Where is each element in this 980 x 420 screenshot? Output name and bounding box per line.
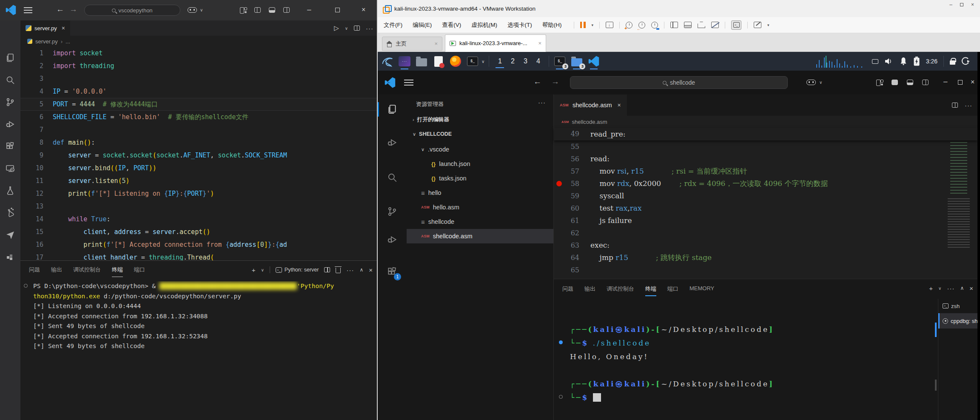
breakpoint-gutter[interactable] (20, 72, 27, 85)
more-actions-icon[interactable]: ··· (947, 285, 954, 292)
breakpoint-gutter[interactable] (20, 111, 27, 123)
open-editors-section[interactable]: › 打开的编辑器 (407, 113, 553, 126)
tree-item-.vscode[interactable]: ∨.vscode (407, 142, 553, 157)
panel-tab-调试控制台[interactable]: 调试控制台 (73, 264, 101, 275)
close-panel-icon[interactable]: × (369, 266, 373, 274)
tree-item-shellcode[interactable]: ≡shellcode (407, 214, 553, 229)
source-control-icon[interactable] (387, 206, 398, 217)
host-terminal[interactable]: PS D:\python-code\vscodepython> & ██████… (20, 281, 377, 420)
panel-tab-MEMORY[interactable]: MEMORY (689, 283, 714, 294)
logout-icon[interactable] (961, 57, 970, 66)
minimize-button[interactable]: – (949, 2, 952, 8)
minimize-button[interactable]: – (943, 77, 947, 86)
close-button[interactable]: × (362, 6, 365, 14)
show-library-icon[interactable] (670, 22, 678, 28)
workspace-4[interactable]: 4 (532, 56, 544, 67)
text-editor-icon[interactable] (432, 55, 445, 68)
menu-item[interactable]: 选项卡(T) (507, 21, 532, 29)
more-actions-icon[interactable]: ··· (346, 266, 354, 274)
close-tab-icon[interactable]: × (434, 40, 438, 47)
panel-tab-输出[interactable]: 输出 (51, 264, 62, 275)
search-icon[interactable] (5, 75, 15, 85)
breakpoint-gutter[interactable] (20, 136, 27, 149)
unity-mode-icon[interactable] (711, 22, 719, 28)
minimize-button[interactable]: – (307, 6, 311, 14)
manage-snapshots-icon[interactable] (651, 22, 658, 29)
command-decoration-icon[interactable] (24, 284, 28, 288)
terminal-scrollbar-mark[interactable] (935, 323, 937, 337)
take-snapshot-icon[interactable] (626, 22, 632, 29)
run-dropdown-icon[interactable]: ∨ (345, 26, 348, 31)
terminal-dropdown-icon[interactable]: ∨ (261, 268, 264, 272)
command-decoration-icon[interactable] (559, 395, 563, 399)
breakpoint-gutter[interactable] (554, 165, 565, 177)
breakpoint-gutter[interactable] (20, 47, 27, 60)
search-icon[interactable] (387, 172, 398, 183)
new-terminal-icon[interactable]: + (929, 285, 933, 292)
workspace-2[interactable]: 2 (506, 56, 519, 67)
breakpoint-gutter[interactable] (20, 85, 27, 98)
menu-icon[interactable] (404, 80, 413, 80)
source-control-icon[interactable] (5, 97, 15, 107)
host-code-editor[interactable]: 1import socket2import threading34IP = '0… (20, 47, 377, 260)
restore-button[interactable] (958, 80, 963, 85)
suspend-vm-icon[interactable] (580, 22, 586, 28)
remote-explorer-icon[interactable] (5, 163, 15, 174)
panel-tab-调试控制台[interactable]: 调试控制台 (607, 283, 634, 294)
minimap[interactable] (947, 130, 974, 258)
guest-breadcrumb[interactable]: ASM shellcode.asm (554, 116, 977, 128)
menu-item[interactable]: 编辑(E) (413, 21, 432, 29)
close-button[interactable]: × (971, 78, 974, 86)
explorer-icon[interactable] (5, 53, 15, 63)
show-thumbnail-bar-icon[interactable] (684, 22, 692, 28)
breakpoint-gutter[interactable] (20, 174, 27, 187)
lock-screen-icon[interactable] (950, 60, 955, 65)
breakpoint-gutter[interactable] (20, 213, 27, 226)
new-terminal-icon[interactable]: + (252, 266, 256, 274)
maximize-button[interactable] (960, 3, 963, 6)
clock[interactable]: 3:26 (926, 58, 937, 65)
terminal-item-zsh[interactable]: >_ zsh (938, 299, 977, 313)
tab-server-py[interactable]: server.py × (20, 20, 70, 36)
terminal-scrollbar-mark[interactable] (935, 380, 937, 391)
breakpoint-gutter[interactable] (20, 251, 27, 260)
host-breadcrumb[interactable]: server.py › ... (20, 36, 377, 47)
panel-tab-终端[interactable]: 终端 (112, 264, 123, 275)
breakpoint-gutter[interactable] (554, 190, 565, 202)
run-debug-secondary-icon[interactable] (387, 234, 398, 245)
toggle-secondary-sidebar-icon[interactable] (922, 80, 929, 85)
terminal-item-cppdbg[interactable]: cppdbg: sh... (938, 313, 977, 329)
breakpoint-gutter[interactable] (20, 226, 27, 238)
kali-menu-icon[interactable] (381, 55, 394, 68)
fit-dropdown-icon[interactable]: ▾ (767, 23, 769, 27)
tab-kali-vm[interactable]: kali-linux-2023.3-vmware-... × (445, 34, 546, 52)
firefox-icon[interactable] (449, 55, 462, 68)
open-terminal-icon[interactable]: $_ 3 (553, 55, 566, 68)
split-terminal-icon[interactable] (324, 267, 330, 272)
customize-layout-icon[interactable] (876, 80, 883, 85)
toggle-sidebar-icon[interactable] (892, 80, 898, 85)
revert-snapshot-icon[interactable] (638, 22, 645, 29)
tab-home[interactable]: 主页 × (382, 37, 442, 51)
split-editor-icon[interactable] (952, 103, 958, 108)
run-debug-icon[interactable] (5, 119, 15, 129)
panel-tab-问题[interactable]: 问题 (562, 283, 573, 294)
chevron-down-icon[interactable]: ∨ (819, 80, 822, 85)
breakpoint-icon[interactable] (554, 177, 565, 190)
more-actions-icon[interactable]: ··· (366, 25, 373, 32)
copilot-icon[interactable] (806, 80, 816, 85)
maximize-panel-icon[interactable]: ∧ (359, 267, 363, 273)
forward-icon[interactable]: → (69, 5, 77, 14)
notifications-bell-icon[interactable] (900, 57, 907, 66)
chevron-down-icon[interactable]: ∨ (200, 8, 203, 12)
fullscreen-icon[interactable] (698, 22, 705, 28)
launcher-dropdown-icon[interactable]: ∨ (481, 59, 484, 64)
terminal-profile[interactable]: >_ Python: server (276, 267, 319, 273)
tab-shellcode-asm[interactable]: ASM shellcode.asm × (554, 94, 627, 116)
more-actions-icon[interactable]: ··· (965, 102, 972, 109)
back-icon[interactable]: ← (56, 5, 64, 14)
guest-search-box[interactable]: shellcode (570, 76, 788, 89)
breakpoint-gutter[interactable] (554, 202, 565, 214)
breakpoint-gutter[interactable] (20, 60, 27, 72)
tree-item-hello.asm[interactable]: ASMhello.asm (407, 200, 553, 214)
